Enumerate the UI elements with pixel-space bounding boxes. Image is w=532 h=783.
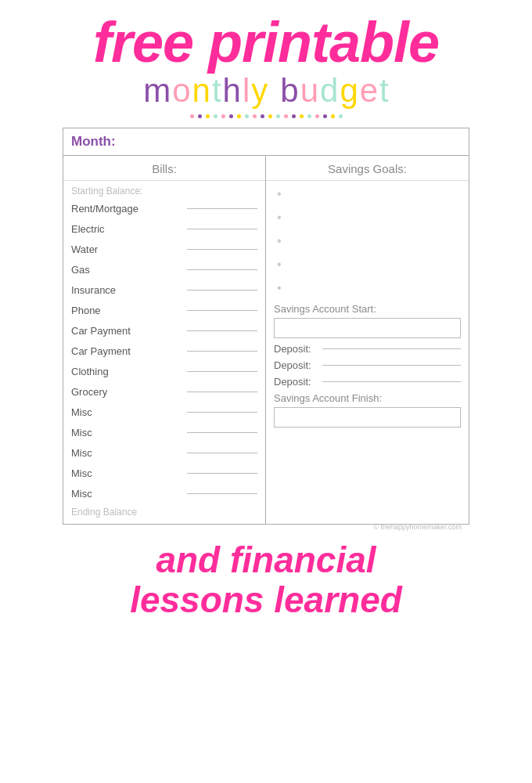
- budget-grid: Bills: Starting Balance: Rent/Mortgage E…: [63, 156, 469, 524]
- savings-bullet-1: [266, 181, 469, 204]
- dot-13: [284, 114, 288, 118]
- bills-column: Bills: Starting Balance: Rent/Mortgage E…: [63, 156, 266, 524]
- bill-line-car1: [187, 330, 257, 331]
- bill-label-insurance: Insurance: [71, 284, 182, 296]
- bills-header: Bills:: [63, 156, 265, 181]
- bill-line-grocery: [187, 392, 257, 392]
- budget-form: Month: Bills: Starting Balance: Rent/Mor…: [63, 128, 469, 525]
- bill-item-car1: Car Payment: [63, 320, 265, 341]
- watermark: © thehappyhomemaker.com: [63, 523, 469, 531]
- dot-1: [190, 114, 194, 118]
- savings-bullet-2: [266, 204, 469, 228]
- bill-line-misc4: [187, 473, 257, 474]
- bill-line-car2: [187, 351, 257, 352]
- bill-label-grocery: Grocery: [71, 386, 182, 398]
- savings-account-start-input[interactable]: [274, 318, 461, 338]
- bill-line-insurance: [187, 290, 257, 290]
- bill-label-car1: Car Payment: [71, 325, 182, 337]
- dot-17: [315, 114, 319, 118]
- savings-account-finish-input[interactable]: [274, 407, 461, 428]
- savings-bullet-3: [266, 228, 469, 251]
- dot-16: [307, 114, 311, 118]
- bill-item-electric: Electric: [63, 218, 265, 239]
- letter-t2: t: [379, 72, 389, 110]
- letter-h: h: [223, 72, 241, 110]
- month-row: Month:: [63, 128, 469, 156]
- footer-line1: and financial: [130, 540, 402, 580]
- bill-line-misc2: [187, 432, 257, 433]
- letter-d: d: [320, 72, 338, 110]
- bill-label-phone: Phone: [71, 305, 182, 316]
- savings-account-finish-label: Savings Account Finish:: [274, 392, 461, 404]
- dot-4: [214, 114, 217, 118]
- monthly-budget-title: monthly budget: [8, 72, 524, 110]
- bill-label-electric: Electric: [71, 223, 182, 235]
- savings-bullet-5: [266, 275, 469, 298]
- bill-item-gas: Gas: [63, 259, 265, 280]
- bill-line-misc3: [187, 453, 257, 453]
- bill-item-insurance: Insurance: [63, 280, 265, 300]
- footer-line2: lessons learned: [130, 580, 402, 620]
- space: [269, 72, 279, 110]
- bill-line-misc1: [187, 412, 257, 413]
- dot-18: [323, 114, 327, 118]
- bill-line-water: [187, 249, 257, 250]
- deposit-label-1: Deposit:: [274, 343, 316, 355]
- bill-label-misc5: Misc: [71, 488, 182, 500]
- dot-12: [276, 114, 280, 118]
- dot-8: [245, 114, 249, 118]
- deposit-line-1: [322, 348, 461, 349]
- bill-item-car2: Car Payment: [63, 341, 265, 361]
- footer: and financial lessons learned: [130, 531, 402, 624]
- bill-label-misc4: Misc: [71, 467, 182, 479]
- starting-balance-label: Starting Balance:: [71, 186, 142, 197]
- free-printable-title: free printable: [8, 14, 524, 70]
- bill-item-grocery: Grocery: [63, 381, 265, 402]
- bill-item-misc5: Misc: [63, 483, 265, 503]
- bill-item-phone: Phone: [63, 300, 265, 320]
- letter-e: e: [360, 72, 378, 110]
- bill-line-clothing: [187, 371, 257, 372]
- bill-label-misc3: Misc: [71, 447, 182, 459]
- savings-column: Savings Goals: Savings Account Start: De…: [266, 156, 469, 524]
- dot-20: [339, 114, 343, 118]
- bill-item-water: Water: [63, 239, 265, 259]
- savings-bullet-4: [266, 251, 469, 275]
- letter-l: l: [243, 72, 250, 110]
- ending-balance-label: Ending Balance: [71, 507, 137, 518]
- bill-line-misc5: [187, 493, 257, 494]
- bill-label-gas: Gas: [71, 264, 182, 276]
- bill-item-rent: Rent/Mortgage: [63, 198, 265, 218]
- dot-3: [206, 114, 210, 118]
- deposit-label-2: Deposit:: [274, 359, 316, 371]
- bill-label-car2: Car Payment: [71, 345, 182, 357]
- savings-account-section: Savings Account Start: Deposit: Deposit:…: [266, 298, 469, 431]
- bill-label-misc2: Misc: [71, 427, 182, 438]
- bill-label-water: Water: [71, 244, 182, 255]
- letter-y: y: [251, 72, 268, 110]
- dot-2: [198, 114, 202, 118]
- bill-item-misc4: Misc: [63, 463, 265, 483]
- deposit-row-1: Deposit:: [274, 343, 461, 355]
- letter-b: b: [280, 72, 298, 110]
- bill-line-gas: [187, 269, 257, 270]
- dot-9: [253, 114, 257, 118]
- dot-6: [229, 114, 233, 118]
- deposit-line-3: [322, 381, 461, 382]
- savings-account-start-label: Savings Account Start:: [274, 303, 461, 315]
- dot-14: [292, 114, 296, 118]
- deposit-line-2: [322, 365, 461, 366]
- letter-m: m: [143, 72, 171, 110]
- savings-goals-header: Savings Goals:: [266, 156, 469, 181]
- header: free printable monthly budget: [0, 0, 532, 128]
- dot-5: [221, 114, 225, 118]
- dot-11: [268, 114, 272, 118]
- letter-t: t: [212, 72, 221, 110]
- starting-balance-row: Starting Balance:: [63, 181, 265, 198]
- dots-decoration: [8, 114, 524, 118]
- letter-g: g: [340, 72, 358, 110]
- bill-label-clothing: Clothing: [71, 366, 182, 377]
- letter-n: n: [192, 72, 210, 110]
- bill-line-phone: [187, 310, 257, 311]
- deposit-row-3: Deposit:: [274, 376, 461, 388]
